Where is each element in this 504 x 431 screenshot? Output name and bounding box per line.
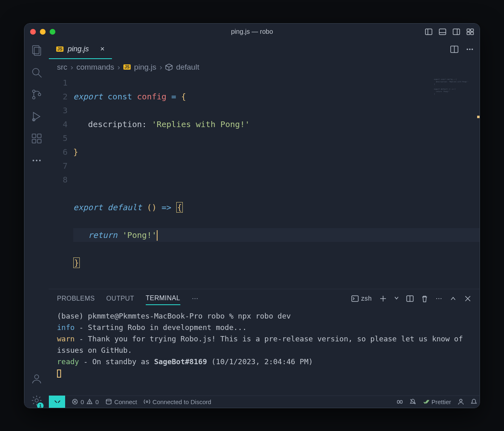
symbol-icon	[165, 64, 173, 71]
run-debug-icon[interactable]	[31, 111, 42, 122]
chevron-right-icon: ›	[160, 63, 162, 72]
status-prettier[interactable]: Prettier	[423, 398, 451, 405]
copilot-status[interactable]	[397, 398, 403, 405]
gutter: 1 2 3 4 5 6 7 8	[49, 75, 73, 289]
breadcrumb-segment[interactable]: default	[176, 63, 199, 72]
editor-body: 1 JS ping.js × src › command	[24, 40, 480, 408]
brace: }	[73, 147, 78, 157]
titlebar-actions	[425, 28, 474, 35]
svg-point-49	[460, 399, 462, 402]
status-discord[interactable]: Connected to Discord	[144, 398, 211, 405]
svg-point-22	[33, 160, 34, 161]
settings-button[interactable]: 1	[31, 395, 42, 408]
copilot-icon	[397, 398, 403, 405]
svg-rect-20	[37, 139, 41, 143]
code-area[interactable]: export const config = { description: 'Re…	[73, 75, 480, 289]
more-actions-icon[interactable]	[31, 155, 42, 166]
bell-icon	[471, 398, 477, 405]
close-window-button[interactable]	[30, 29, 36, 35]
breadcrumb-segment[interactable]: src	[57, 63, 67, 72]
editor[interactable]: 1 2 3 4 5 6 7 8 export const config = { …	[49, 75, 480, 289]
notifications-muted[interactable]	[410, 398, 416, 405]
svg-rect-6	[467, 29, 470, 31]
line-number: 6	[49, 145, 68, 159]
terminal-line	[57, 367, 471, 379]
minimap[interactable]: export const config = { description: 'Re…	[433, 77, 478, 106]
svg-rect-2	[439, 29, 446, 35]
line-number: 3	[49, 103, 68, 117]
tab-label: ping.js	[68, 45, 89, 53]
status-connect[interactable]: Connect	[105, 398, 137, 405]
split-editor-icon[interactable]	[450, 45, 458, 53]
main-area: JS ping.js × src › commands › JS ping.js…	[49, 40, 480, 408]
brace: }	[73, 257, 80, 268]
svg-rect-11	[34, 47, 41, 55]
svg-rect-8	[467, 32, 470, 35]
check-icon	[423, 398, 429, 405]
string: 'Pong!'	[122, 230, 156, 240]
keyword: export	[73, 202, 103, 212]
line-number: 5	[49, 131, 68, 145]
source-control-icon[interactable]	[31, 89, 42, 100]
minimize-window-button[interactable]	[40, 29, 46, 35]
svg-point-44	[106, 399, 111, 401]
database-icon	[105, 398, 112, 405]
maximize-window-button[interactable]	[50, 29, 55, 35]
broadcast-icon	[144, 398, 150, 405]
toggle-panel-icon[interactable]	[439, 28, 446, 35]
paren: ()	[147, 202, 157, 212]
status-bar: 0 0 Connect Connected to Discord	[49, 396, 480, 408]
close-tab-icon[interactable]: ×	[100, 45, 105, 53]
bell-slash-icon	[410, 398, 416, 405]
overview-ruler[interactable]	[477, 75, 480, 289]
operator: =	[171, 92, 176, 101]
notifications[interactable]	[471, 398, 477, 405]
person-icon	[458, 398, 464, 405]
svg-point-45	[146, 401, 148, 402]
line-number: 7	[49, 159, 68, 173]
keyword: const	[107, 92, 132, 101]
keyword: export	[73, 92, 103, 101]
svg-point-43	[90, 403, 90, 403]
toggle-secondary-sidebar-icon[interactable]	[453, 28, 460, 35]
svg-point-14	[33, 90, 35, 92]
line-number: 2	[49, 90, 68, 103]
more-tab-actions-icon[interactable]	[466, 45, 474, 53]
string: 'Replies with Pong!'	[152, 119, 250, 129]
svg-rect-21	[37, 134, 41, 138]
breadcrumbs[interactable]: src › commands › JS ping.js › default	[49, 59, 480, 75]
traffic-lights	[30, 29, 55, 35]
terminal-line: warn - Thank you for trying Robo.js! Thi…	[57, 333, 471, 356]
explorer-icon[interactable]	[31, 45, 42, 56]
js-file-icon: JS	[123, 64, 131, 70]
svg-rect-46	[397, 400, 399, 403]
tab-bar: JS ping.js ×	[49, 40, 480, 59]
cursor	[157, 230, 158, 241]
feedback[interactable]	[458, 398, 464, 405]
breadcrumb-segment[interactable]: ping.js	[134, 63, 156, 72]
extensions-icon[interactable]	[31, 133, 42, 144]
account-icon[interactable]	[31, 373, 42, 384]
svg-rect-47	[400, 400, 402, 403]
identifier: config	[137, 92, 167, 101]
search-icon[interactable]	[31, 67, 42, 78]
svg-rect-0	[425, 29, 432, 35]
problems-count[interactable]: 0 0	[72, 398, 99, 405]
error-icon	[72, 398, 78, 405]
breadcrumb-segment[interactable]: commands	[77, 63, 114, 72]
svg-rect-9	[471, 32, 473, 35]
titlebar: ping.js — robo	[24, 24, 480, 40]
svg-point-31	[471, 48, 473, 50]
svg-rect-4	[453, 29, 460, 35]
svg-point-16	[38, 93, 41, 96]
keyword: return	[88, 230, 117, 240]
terminal-cursor	[57, 369, 61, 378]
svg-line-13	[38, 74, 42, 77]
tab-ping-js[interactable]: JS ping.js ×	[49, 40, 112, 59]
customize-layout-icon[interactable]	[467, 28, 474, 35]
svg-point-12	[33, 68, 39, 75]
line-number: 1	[49, 76, 68, 90]
toggle-primary-sidebar-icon[interactable]	[425, 28, 432, 35]
svg-point-23	[36, 160, 37, 161]
remote-indicator[interactable]	[49, 396, 65, 408]
